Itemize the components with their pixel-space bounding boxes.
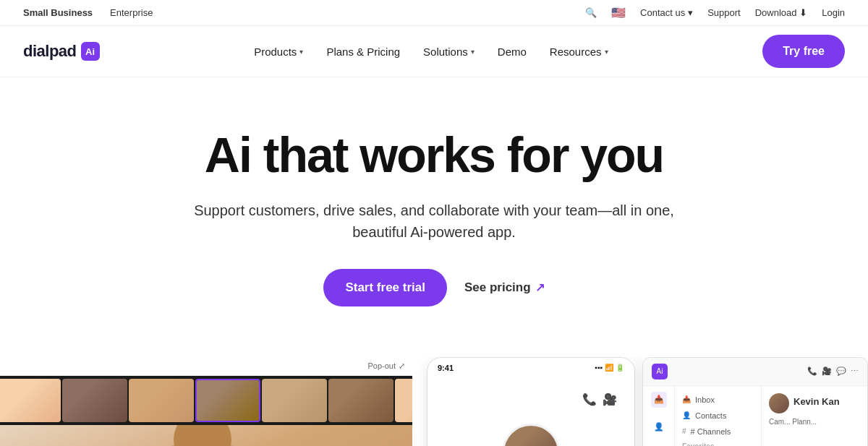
participant-6 xyxy=(328,379,393,422)
favorites-section-label: Favorites xyxy=(675,439,761,446)
products-chevron-icon: ▾ xyxy=(299,48,303,56)
participant-5 xyxy=(262,379,327,422)
hero-section: Ai that works for you Support customers,… xyxy=(0,77,868,343)
enterprise-tab[interactable]: Enterprise xyxy=(110,7,153,18)
products-nav-item[interactable]: Products ▾ xyxy=(244,40,313,64)
plans-pricing-nav-item[interactable]: Plans & Pricing xyxy=(316,40,410,64)
sidebar-nav: 📥 Inbox 👤 Contacts # # Channels Favorite… xyxy=(675,386,762,446)
sidebar-channels-item[interactable]: # # Channels xyxy=(675,424,761,439)
sidebar-inbox-icon[interactable]: 📥 xyxy=(651,392,667,408)
mobile-body: 📞 🎥 xyxy=(427,375,634,446)
desktop-app-icon: Ai xyxy=(652,364,668,379)
contacts-icon: 👤 xyxy=(682,411,691,419)
chat-contact-name: Kevin Kan xyxy=(793,396,840,407)
mobile-signal-icons: ▪▪▪ 📶 🔋 xyxy=(595,364,624,372)
sidebar-inbox-item[interactable]: 📥 Inbox xyxy=(675,392,761,408)
pop-out-label[interactable]: Pop-out ⤢ xyxy=(367,361,405,371)
download-link[interactable]: Download ⬇ xyxy=(755,7,807,18)
resources-nav-item[interactable]: Resources ▾ xyxy=(540,40,618,64)
chat-preview: Cam... Plann... xyxy=(769,418,860,426)
sidebar-contacts-icon[interactable]: 👤 xyxy=(651,419,667,435)
participant-2 xyxy=(62,379,127,422)
see-pricing-link[interactable]: See pricing ↗ xyxy=(464,280,545,295)
demo-nav-item[interactable]: Demo xyxy=(488,40,537,64)
inbox-icon: 📥 xyxy=(682,395,691,403)
resources-chevron-icon: ▾ xyxy=(605,48,608,56)
mobile-status-bar: 9:41 ▪▪▪ 📶 🔋 xyxy=(427,358,634,375)
participants-strip xyxy=(0,376,412,425)
mobile-phone-icon[interactable]: 📞 xyxy=(582,393,597,406)
hero-heading: Ai that works for you xyxy=(23,128,845,182)
solutions-chevron-icon: ▾ xyxy=(471,48,475,56)
arrow-icon: ↗ xyxy=(535,280,545,294)
participant-4 xyxy=(195,379,260,422)
main-nav: dialpad Ai Products ▾ Plans & Pricing So… xyxy=(0,26,868,77)
mobile-video-icon[interactable]: 🎥 xyxy=(603,393,617,406)
top-bar-left: Small Business Enterprise xyxy=(23,7,153,18)
chat-contact-avatar xyxy=(769,393,789,413)
desktop-sidebar: 📥 👤 # 📥 Inbox 👤 Contacts # # Channels Fa… xyxy=(643,386,867,446)
participant-7 xyxy=(395,379,412,422)
desktop-titlebar: Ai 📞 🎥 💬 ⋯ xyxy=(643,358,867,386)
channels-icon: # xyxy=(682,427,686,435)
screenshots-section: Pop-out ⤢ 9:41 ▪▪▪ 📶 xyxy=(0,357,868,446)
small-business-tab[interactable]: Small Business xyxy=(23,7,93,18)
participant-1 xyxy=(0,379,61,422)
mobile-screenshot: 9:41 ▪▪▪ 📶 🔋 📞 🎥 xyxy=(427,357,635,446)
desktop-icon-video[interactable]: 🎥 xyxy=(822,366,832,376)
logo-text: dialpad xyxy=(23,42,77,61)
support-link[interactable]: Support xyxy=(707,7,741,18)
top-bar-right: 🔍 🇺🇸 Contact us ▾ Support Download ⬇ Log… xyxy=(585,6,845,20)
mobile-contact-avatar xyxy=(502,424,560,446)
desktop-main-content: Kevin Kan Cam... Plann... xyxy=(762,386,867,446)
start-trial-button[interactable]: Start free trial xyxy=(323,269,447,306)
top-bar: Small Business Enterprise 🔍 🇺🇸 Contact u… xyxy=(0,0,868,26)
login-link[interactable]: Login xyxy=(822,7,845,18)
flag-icon[interactable]: 🇺🇸 xyxy=(611,6,626,20)
hero-buttons: Start free trial See pricing ↗ xyxy=(23,269,845,306)
desktop-icon-phone[interactable]: 📞 xyxy=(807,366,817,376)
nav-links: Products ▾ Plans & Pricing Solutions ▾ D… xyxy=(244,40,618,64)
desktop-icon-message[interactable]: 💬 xyxy=(836,366,846,376)
mobile-time: 9:41 xyxy=(438,364,454,372)
sidebar-contacts-item[interactable]: 👤 Contacts xyxy=(675,408,761,424)
main-video-feed xyxy=(0,425,412,446)
hero-subtext: Support customers, drive sales, and coll… xyxy=(188,200,680,243)
logo[interactable]: dialpad Ai xyxy=(23,42,100,61)
video-header: Pop-out ⤢ xyxy=(0,357,412,376)
try-free-button[interactable]: Try free xyxy=(762,35,845,68)
search-icon[interactable]: 🔍 xyxy=(585,7,597,18)
solutions-nav-item[interactable]: Solutions ▾ xyxy=(413,40,485,64)
desktop-icon-more[interactable]: ⋯ xyxy=(851,366,859,376)
contact-us-button[interactable]: Contact us ▾ xyxy=(640,7,693,18)
desktop-app-screenshot: Ai 📞 🎥 💬 ⋯ 📥 👤 # 📥 Inbox 👤 xyxy=(642,357,868,446)
sidebar-icons: 📥 👤 # xyxy=(643,386,675,446)
participant-3 xyxy=(129,379,194,422)
logo-icon: Ai xyxy=(81,42,100,61)
video-call-screenshot: Pop-out ⤢ xyxy=(0,357,412,446)
